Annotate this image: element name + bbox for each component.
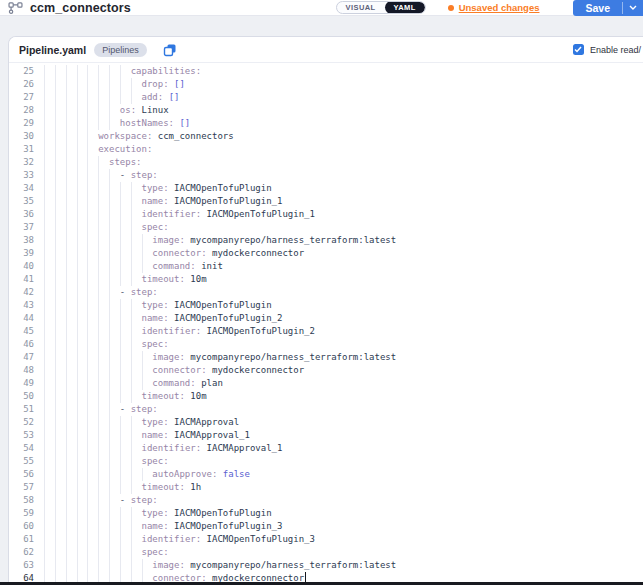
copy-icon[interactable] [163,43,177,57]
code-line[interactable]: 35name: IACMOpenTofuPlugin_1 [9,195,643,208]
code-line[interactable]: 37spec: [9,221,643,234]
line-number: 52 [9,416,34,429]
indent-guides [44,169,120,182]
code-line[interactable]: 45identifier: IACMOpenTofuPlugin_2 [9,325,643,338]
code-line[interactable]: 46spec: [9,338,643,351]
indent-guides [44,299,142,312]
code-line[interactable]: 61identifier: IACMOpenTofuPlugin_3 [9,533,643,546]
code-text: - step: [120,403,158,416]
code-text: - step: [120,494,158,507]
indent-guides [44,312,142,325]
code-line[interactable]: 30workspace: ccm_connectors [9,130,643,143]
toggle-visual[interactable]: VISUAL [337,1,385,14]
toggle-yaml[interactable]: YAML [385,1,425,14]
line-number: 51 [9,403,34,416]
line-number: 60 [9,520,34,533]
unsaved-changes[interactable]: Unsaved changes [448,2,540,13]
code-line[interactable]: 50timeout: 10m [9,390,643,403]
code-line[interactable]: 53name: IACMApproval_1 [9,429,643,442]
indent-guides [44,195,142,208]
line-number: 34 [9,182,34,195]
indent-guides [44,481,142,494]
indent-guides [44,156,109,169]
indent-guides [44,403,120,416]
code-text: identifier: IACMApproval_1 [142,442,283,455]
line-number: 53 [9,429,34,442]
code-text: spec: [142,221,169,234]
code-line[interactable]: 59type: IACMOpenTofuPlugin [9,507,643,520]
entity-type-badge: Pipelines [94,43,147,57]
code-line[interactable]: 42- step: [9,286,643,299]
code-line[interactable]: 47image: mycompanyrepo/harness_terraform… [9,351,643,364]
checkbox-checked[interactable] [573,44,584,55]
code-line[interactable]: 55spec: [9,455,643,468]
code-line[interactable]: 25capabilities: [9,65,643,78]
code-line[interactable]: 49command: plan [9,377,643,390]
editor-tab-bar: Pipeline.yaml Pipelines Enable read/ [9,37,643,63]
code-line[interactable]: 54identifier: IACMApproval_1 [9,442,643,455]
code-line[interactable]: 51- step: [9,403,643,416]
code-line[interactable]: 39connector: mydockerconnector [9,247,643,260]
save-button[interactable]: Save [573,0,622,16]
code-line[interactable]: 41timeout: 10m [9,273,643,286]
indent-guides [44,546,142,559]
checkmark-icon [574,46,582,53]
code-line[interactable]: 62spec: [9,546,643,559]
code-text: execution: [98,143,152,156]
code-line[interactable]: 32steps: [9,156,643,169]
code-text: - step: [120,169,158,182]
indent-guides [44,78,142,91]
code-line[interactable]: 31execution: [9,143,643,156]
code-text: timeout: 1h [142,481,202,494]
code-text: name: IACMOpenTofuPlugin_2 [142,312,283,325]
code-line[interactable]: 33- step: [9,169,643,182]
code-text: drop: [] [142,78,185,91]
save-split-button: Save [573,0,643,16]
line-number: 47 [9,351,34,364]
code-line[interactable]: 36identifier: IACMOpenTofuPlugin_1 [9,208,643,221]
line-number: 25 [9,65,34,78]
code-line[interactable]: 52type: IACMApproval [9,416,643,429]
code-line[interactable]: 63image: mycompanyrepo/harness_terraform… [9,559,643,572]
code-line[interactable]: 56autoApprove: false [9,468,643,481]
line-number: 54 [9,442,34,455]
code-text: name: IACMOpenTofuPlugin_3 [142,520,283,533]
code-line[interactable]: 40command: init [9,260,643,273]
line-number: 32 [9,156,34,169]
line-number: 58 [9,494,34,507]
code-text: autoApprove: false [152,468,250,481]
code-line[interactable]: 60name: IACMOpenTofuPlugin_3 [9,520,643,533]
indent-guides [44,143,98,156]
line-number: 27 [9,91,34,104]
save-dropdown-button[interactable] [623,0,643,16]
indent-guides [44,520,142,533]
code-line[interactable]: 29hostNames: [] [9,117,643,130]
indent-guides [44,130,98,143]
line-number: 44 [9,312,34,325]
dot-icon [448,5,454,11]
code-line[interactable]: 57timeout: 1h [9,481,643,494]
visual-yaml-toggle: VISUAL YAML [336,1,426,14]
code-line[interactable]: 58- step: [9,494,643,507]
code-line[interactable]: 38image: mycompanyrepo/harness_terraform… [9,234,643,247]
indent-guides [44,416,142,429]
line-number: 33 [9,169,34,182]
indent-guides [44,117,120,130]
code-line[interactable]: 44name: IACMOpenTofuPlugin_2 [9,312,643,325]
text-cursor [305,572,306,582]
code-line[interactable]: 43type: IACMOpenTofuPlugin [9,299,643,312]
line-number: 43 [9,299,34,312]
line-number: 48 [9,364,34,377]
indent-guides [44,377,152,390]
indent-guides [44,234,152,247]
code-line[interactable]: 27add: [] [9,91,643,104]
code-area[interactable]: 25capabilities:26drop: []27add: []28os: … [9,63,643,585]
code-line[interactable]: 48connector: mydockerconnector [9,364,643,377]
file-name: Pipeline.yaml [19,44,86,56]
line-number: 59 [9,507,34,520]
indent-guides [44,65,131,78]
indent-guides [44,364,152,377]
code-line[interactable]: 34type: IACMOpenTofuPlugin [9,182,643,195]
code-line[interactable]: 26drop: [] [9,78,643,91]
code-line[interactable]: 28os: Linux [9,104,643,117]
